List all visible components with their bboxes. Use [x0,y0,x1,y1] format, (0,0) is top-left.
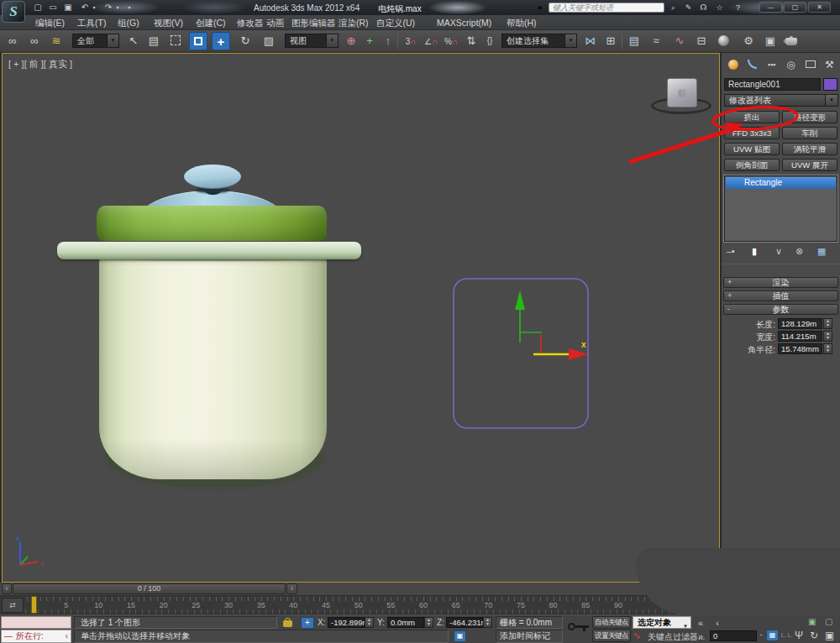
remove-modifier-icon[interactable]: ⊗ [795,245,803,257]
tab-create-icon[interactable] [724,56,742,73]
tab-hierarchy-icon[interactable]: ▪▪▪ [763,56,780,73]
dropdown-arrow-icon[interactable]: ▼ [564,34,576,47]
modifier-button-0[interactable]: 挤出 [724,111,780,123]
maximize-viewport-icon[interactable]: ▣ [825,630,834,641]
modifier-button-6[interactable]: 倒角剖面 [724,159,780,171]
keyboard-shortcut-override-icon[interactable]: ↑ [379,32,397,50]
zoom-extents-icon[interactable]: ▣ [808,617,816,626]
named-selection-set-dropdown[interactable]: 创建选择集▼ [501,34,577,48]
communication-center-icon[interactable]: ☊ [698,3,709,13]
undo-icon[interactable]: ↶ [79,2,91,13]
modifier-button-3[interactable]: 车削 [782,127,837,139]
minimize-button[interactable]: — [759,2,782,13]
isolate-selection-icon[interactable]: ∟∟ [780,631,794,639]
modifier-button-5[interactable]: 涡轮平滑 [782,143,837,155]
qat-overflow-icon[interactable]: ▾ [126,2,133,13]
favorites-icon[interactable]: ☆ [714,3,725,13]
render-setup-icon[interactable]: ⚙ [739,32,758,50]
selection-filter-dropdown[interactable]: 全部▼ [72,34,119,48]
rollout-interpolation[interactable]: +插值 [723,290,838,301]
search-input[interactable]: 键入关键字或短语 [549,3,664,13]
time-slider-track[interactable]: ‹ 0 / 100 › [0,583,720,596]
configure-modifier-sets-icon[interactable]: ▦ [817,245,826,257]
object-color-swatch[interactable] [823,78,837,91]
new-file-icon[interactable]: ▢ [32,2,44,13]
menu-11[interactable]: 帮助(H) [507,18,537,29]
window-crossing-toggle-icon[interactable] [189,32,207,50]
track-bar[interactable]: 051015202530354045505560657075808590 ⇄ [0,596,720,614]
material-editor-icon[interactable] [714,32,732,50]
align-icon[interactable]: ⊞ [601,32,620,50]
dropdown-arrow-icon[interactable]: ▼ [326,34,338,47]
schematic-view-icon[interactable]: ⊟ [692,32,711,50]
spinner-snap-icon[interactable]: ⇅ [462,32,480,50]
frame-forward-button[interactable]: › [286,583,297,594]
coord-z-spinner[interactable]: ▲▼ [483,617,492,628]
save-file-icon[interactable]: ▣ [62,2,74,13]
modifier-stack-list[interactable]: Rectangle [724,175,837,242]
menu-3[interactable]: 视图(V) [154,18,183,29]
percent-snap-icon[interactable]: %∩ [442,32,460,50]
coord-y-field[interactable]: 0.0mm [387,617,424,628]
select-and-manipulate-icon[interactable]: + [360,32,379,50]
previous-frame-icon[interactable]: ‹ [711,618,724,628]
key-filter-curve-icon[interactable]: ∿ [633,630,641,641]
reference-coordinate-dropdown[interactable]: 视图▼ [285,34,339,48]
coord-z-field[interactable]: -464.231m [446,617,483,628]
unlink-selection-icon[interactable]: ∞ [25,32,44,50]
dropdown-arrow-icon[interactable]: ▼ [107,34,118,47]
tab-motion-icon[interactable]: ◎ [782,56,800,73]
mirror-icon[interactable]: ⋈ [581,32,600,50]
parameter-field[interactable]: 114.215m [778,331,822,342]
close-button[interactable]: ✕ [808,2,831,13]
app-logo[interactable]: S [2,1,25,23]
select-and-move-icon[interactable]: + [212,32,230,50]
rectangular-selection-region-icon[interactable] [166,32,185,50]
time-slider-handle[interactable]: 0 / 100 [13,583,286,594]
maxscript-listener-input[interactable] [1,616,71,629]
layer-manager-icon[interactable]: ▤ [625,32,643,50]
viewport-front[interactable]: [ + ][ 前 ][ 真实 ] 前 x z x [2,53,720,583]
tab-utilities-icon[interactable]: ⚒ [821,56,838,73]
menu-0[interactable]: 编辑(E) [35,18,65,29]
frame-spinner[interactable]: - [758,630,764,639]
menu-8[interactable]: 渲染(R) [339,18,369,29]
pan-view-icon[interactable]: Ψ [795,630,803,641]
menu-6[interactable]: 动画 [266,18,284,29]
tab-display-icon[interactable] [801,56,819,73]
rendered-frame-window-icon[interactable]: ▣ [761,32,780,50]
parameter-spinner[interactable]: ▲▼ [823,318,832,329]
dropdown-arrow-icon[interactable]: ▼ [825,95,837,106]
go-to-end-icon[interactable]: » [694,631,707,641]
select-and-scale-icon[interactable]: ▨ [260,32,278,50]
mini-curve-editor-button[interactable]: ⇄ [2,598,24,613]
angle-snap-icon[interactable]: ∠∩ [422,32,440,50]
stack-item-rectangle[interactable]: Rectangle [726,177,836,189]
rollout-parameters[interactable]: -参数 [723,304,838,315]
modifier-button-4[interactable]: UVW 贴图 [724,143,780,155]
menu-10[interactable]: MAXScript(M) [437,18,491,28]
render-production-icon[interactable] [782,32,801,50]
select-by-name-icon[interactable]: ▤ [144,32,163,50]
zoom-region-icon[interactable]: ▢ [825,617,832,626]
redo-icon[interactable]: ↷ [102,2,114,13]
gizmo-x-arrow[interactable] [569,348,588,360]
show-end-result-icon[interactable]: ▮ [752,245,757,257]
modifier-button-2[interactable]: FFD 3x3x3 [724,127,780,139]
frame-back-button[interactable]: ‹ [2,583,12,594]
graphite-modeling-icon[interactable]: ≈ [647,32,665,50]
menu-2[interactable]: 组(G) [118,18,139,29]
infocenter-expander-icon[interactable]: ▶ [538,4,543,11]
modifier-list-dropdown[interactable]: 修改器列表▼ [724,94,838,107]
edit-named-selection-sets-icon[interactable]: {} [480,32,499,50]
undo-dropdown-icon[interactable]: ▾ [91,2,97,13]
help-icon[interactable]: ? [732,3,743,13]
maximize-button[interactable]: ▢ [784,2,806,13]
subscription-icon[interactable]: ✎ [683,3,694,13]
viewcube[interactable]: 前 [667,78,697,107]
selection-lock-icon[interactable] [283,618,292,627]
go-to-start-icon[interactable]: « [694,618,707,628]
absolute-mode-icon[interactable]: + [301,617,314,629]
add-time-tag-panel[interactable]: 添加时间标记 [496,630,563,643]
parameter-field[interactable]: 128.129m [778,318,822,329]
